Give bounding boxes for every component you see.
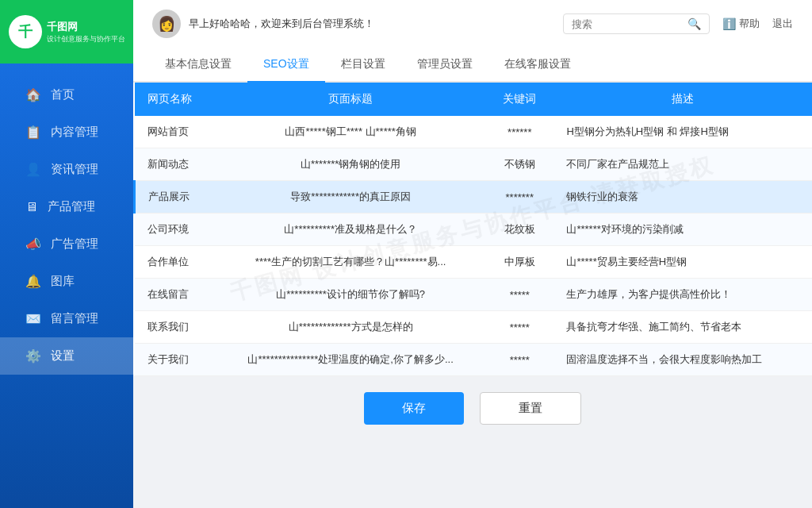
sidebar-item-label: 留言管理 <box>51 311 98 326</box>
sidebar-item-label: 产品管理 <box>48 199 95 214</box>
cell-page-name: 网站首页 <box>135 116 216 148</box>
logo-icon: 千 <box>9 15 42 48</box>
cell-page-title: 山西*****钢工**** 山*****角钢 <box>216 116 485 148</box>
search-icon[interactable]: 🔍 <box>688 17 701 30</box>
cell-page-title: ****生产的切割工艺有哪些？山********易... <box>216 246 485 279</box>
sidebar-item-label: 首页 <box>51 87 75 102</box>
reset-button[interactable]: 重置 <box>480 392 581 425</box>
cell-keywords: 中厚板 <box>485 246 553 279</box>
info-icon: 👤 <box>25 162 41 177</box>
cell-description: H型钢分为热轧H型钢 和 焊接H型钢 <box>553 116 812 148</box>
table-row: 关于我们山***************处理温度的确定,你了解多少...****… <box>135 344 813 376</box>
col-header-desc: 描述 <box>553 83 812 116</box>
table-row: 在线留言山**********设计的细节你了解吗?*****生产力雄厚，为客户提… <box>135 279 813 311</box>
cell-description: 钢铁行业的衰落 <box>553 181 812 214</box>
col-header-name: 网页名称 <box>135 83 216 116</box>
cell-page-name: 在线留言 <box>135 279 216 311</box>
ad-icon: 📣 <box>25 237 41 252</box>
footer-actions: 保存 重置 <box>133 376 812 441</box>
gallery-icon: 🔔 <box>25 274 41 289</box>
logo-text: 千图网 设计创意服务与协作平台 <box>47 20 125 44</box>
table-row: 产品展示导致************的真正原因*******钢铁行业的衰落 <box>135 181 813 214</box>
logout-label: 退出 <box>772 17 793 31</box>
logout-button[interactable]: 退出 <box>772 17 793 31</box>
cell-page-title: 山*******钢角钢的使用 <box>216 148 485 181</box>
cell-page-title: 山**********准及规格是什么？ <box>216 214 485 246</box>
cell-keywords: ****** <box>485 116 553 148</box>
cell-keywords: ***** <box>485 311 553 344</box>
table-wrapper: 网页名称 页面标题 关键词 描述 <box>133 83 812 376</box>
seo-table-container: 千图网 设计创意服务与协作平台 请获取授权 网页名称 页面标题 关键词 <box>133 83 812 376</box>
cell-page-title: 山*************方式是怎样的 <box>216 311 485 344</box>
cell-page-title: 山***************处理温度的确定,你了解多少... <box>216 344 485 376</box>
page-content: 基本信息设置 SEO设置 栏目设置 管理员设置 在线客服设置 千图网 设计创意服… <box>133 48 812 508</box>
settings-icon: ⚙️ <box>25 348 41 364</box>
cell-description: 生产力雄厚，为客户提供高性价比！ <box>553 279 812 311</box>
tab-bar: 基本信息设置 SEO设置 栏目设置 管理员设置 在线客服设置 <box>133 48 812 83</box>
message-icon: ✉️ <box>25 311 41 326</box>
table-header-row: 网页名称 页面标题 关键词 描述 <box>135 83 813 116</box>
save-button[interactable]: 保存 <box>364 392 464 425</box>
main-content: 👩 早上好哈哈哈，欢迎来到后台管理系统！ 🔍 ℹ️ 帮助 退出 基本信息设置 S… <box>133 0 812 508</box>
table-row: 合作单位****生产的切割工艺有哪些？山********易...中厚板山****… <box>135 246 813 279</box>
cell-page-name: 关于我们 <box>135 344 216 376</box>
cell-keywords: ***** <box>485 279 553 311</box>
welcome-message: 早上好哈哈哈，欢迎来到后台管理系统！ <box>189 17 563 31</box>
table-row: 联系我们山*************方式是怎样的*****具备抗弯才华强、施工简… <box>135 311 813 344</box>
product-icon: 🖥 <box>25 200 38 214</box>
cell-page-name: 合作单位 <box>135 246 216 279</box>
help-button[interactable]: ℹ️ 帮助 <box>722 17 760 31</box>
sidebar-item-label: 内容管理 <box>51 125 98 140</box>
avatar: 👩 <box>152 10 181 38</box>
tab-basic[interactable]: 基本信息设置 <box>149 48 247 83</box>
sidebar-item-home[interactable]: 🏠 首页 <box>0 76 133 114</box>
tab-service[interactable]: 在线客服设置 <box>488 48 587 83</box>
sidebar-item-label: 资讯管理 <box>51 162 98 177</box>
cell-description: 不同厂家在产品规范上 <box>553 148 812 181</box>
cell-keywords: 不锈钢 <box>485 148 553 181</box>
cell-page-name: 新闻动态 <box>135 148 216 181</box>
sidebar-item-info[interactable]: 👤 资讯管理 <box>0 151 133 188</box>
seo-table: 网页名称 页面标题 关键词 描述 <box>133 83 812 376</box>
cell-description: 山*****贸易主要经营H型钢 <box>553 246 812 279</box>
cell-description: 固溶温度选择不当，会很大程度影响热加工 <box>553 344 812 376</box>
sidebar-item-label: 广告管理 <box>51 237 98 252</box>
header-actions: ℹ️ 帮助 退出 <box>722 17 793 31</box>
help-label: 帮助 <box>739 17 760 31</box>
search-input[interactable] <box>572 18 683 30</box>
cell-description: 具备抗弯才华强、施工简约、节省老本 <box>553 311 812 344</box>
sidebar-item-content[interactable]: 📋 内容管理 <box>0 114 133 151</box>
tab-admin[interactable]: 管理员设置 <box>401 48 488 83</box>
sidebar-logo: 千 千图网 设计创意服务与协作平台 <box>0 0 133 64</box>
sidebar-item-settings[interactable]: ⚙️ 设置 <box>0 337 133 375</box>
cell-keywords: ******* <box>485 181 553 214</box>
sidebar-item-product[interactable]: 🖥 产品管理 <box>0 188 133 225</box>
cell-keywords: ***** <box>485 344 553 376</box>
search-box: 🔍 <box>563 13 710 34</box>
tab-column[interactable]: 栏目设置 <box>325 48 401 83</box>
cell-page-name: 联系我们 <box>135 311 216 344</box>
cell-page-title: 山**********设计的细节你了解吗? <box>216 279 485 311</box>
col-header-title: 页面标题 <box>216 83 485 116</box>
sidebar-item-ad[interactable]: 📣 广告管理 <box>0 225 133 263</box>
sidebar-item-message[interactable]: ✉️ 留言管理 <box>0 300 133 337</box>
header: 👩 早上好哈哈哈，欢迎来到后台管理系统！ 🔍 ℹ️ 帮助 退出 <box>133 0 812 48</box>
sidebar-navigation: 🏠 首页 📋 内容管理 👤 资讯管理 🖥 产品管理 📣 广告管理 🔔 图库 ✉️… <box>0 64 133 508</box>
cell-description: 山******对环境的污染削减 <box>553 214 812 246</box>
col-header-keywords: 关键词 <box>485 83 553 116</box>
tab-seo[interactable]: SEO设置 <box>247 48 325 83</box>
table-row: 新闻动态山*******钢角钢的使用不锈钢不同厂家在产品规范上 <box>135 148 813 181</box>
cell-keywords: 花纹板 <box>485 214 553 246</box>
table-row: 网站首页山西*****钢工**** 山*****角钢******H型钢分为热轧H… <box>135 116 813 148</box>
sidebar-item-label: 图库 <box>51 274 75 289</box>
sidebar-item-label: 设置 <box>51 348 75 364</box>
content-icon: 📋 <box>25 125 41 140</box>
cell-page-title: 导致************的真正原因 <box>216 181 485 214</box>
sidebar: 千 千图网 设计创意服务与协作平台 🏠 首页 📋 内容管理 👤 资讯管理 🖥 产… <box>0 0 133 508</box>
cell-page-name: 产品展示 <box>135 181 216 214</box>
table-row: 公司环境山**********准及规格是什么？花纹板山******对环境的污染削… <box>135 214 813 246</box>
sidebar-item-gallery[interactable]: 🔔 图库 <box>0 263 133 300</box>
cell-page-name: 公司环境 <box>135 214 216 246</box>
help-icon: ℹ️ <box>722 17 736 30</box>
home-icon: 🏠 <box>25 87 41 102</box>
